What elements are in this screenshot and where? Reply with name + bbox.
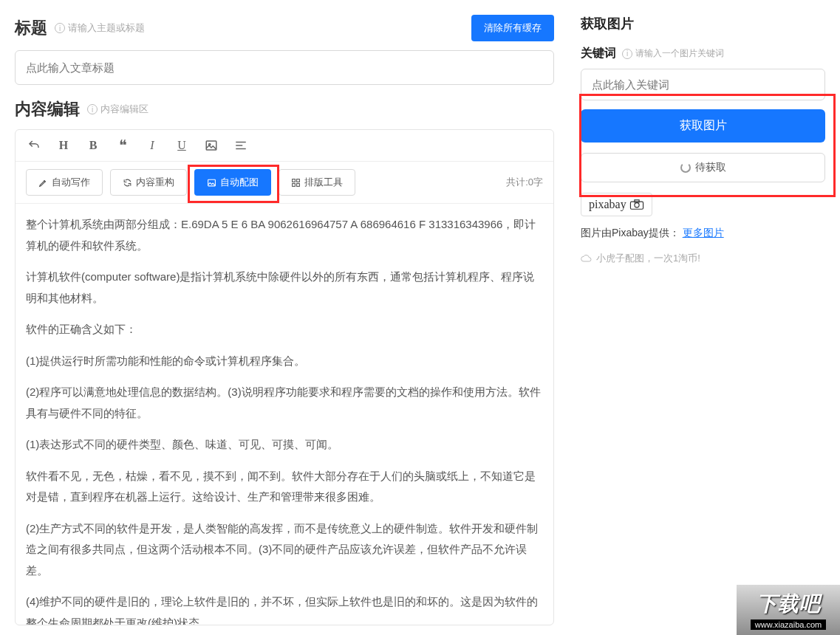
pencil-icon xyxy=(38,178,48,188)
content-paragraph: 软件的正确含义如下： xyxy=(26,319,543,340)
camera-icon xyxy=(629,199,644,210)
heading-icon[interactable]: H xyxy=(55,137,72,154)
editor-box: H B ❝ I U 自动写作 内容重构 xyxy=(15,129,554,625)
content-paragraph: 计算机软件(computer software)是指计算机系统中除硬件以外的所有… xyxy=(26,267,543,309)
content-paragraph: (2)程序可以满意地处理信息的数据结构。(3)说明程序功能要求和程序需要的文档的… xyxy=(26,382,543,424)
content-hint: i 内容编辑区 xyxy=(87,103,148,116)
editor-action-row: 自动写作 内容重构 自动配图 排版工具 共计:0字 xyxy=(16,162,553,204)
auto-write-button[interactable]: 自动写作 xyxy=(26,169,103,196)
italic-icon[interactable]: I xyxy=(144,137,160,154)
content-paragraph: (1)表达形式不同的硬件类型、颜色、味道、可见、可摸、可闻。 xyxy=(26,434,543,456)
pixabay-badge: pixabay xyxy=(581,193,652,216)
more-images-link[interactable]: 更多图片 xyxy=(683,227,724,238)
editor-content[interactable]: 整个计算机系统由两部分组成：E.69DA 5 E 6 BA 9062616964… xyxy=(16,204,553,625)
svg-rect-8 xyxy=(293,183,296,186)
watermark: 下载吧 www.xiazaiba.com xyxy=(737,585,840,635)
word-count: 共计:0字 xyxy=(506,176,543,189)
info-icon: i xyxy=(622,49,632,59)
title-label: 标题 xyxy=(15,17,47,39)
content-label: 内容编辑 xyxy=(15,98,80,120)
editor-toolbar: H B ❝ I U xyxy=(16,130,553,162)
layout-icon xyxy=(291,178,301,188)
content-paragraph: (1)提供运行时所需功能和性能的命令或计算机程序集合。 xyxy=(26,351,543,372)
clear-cache-button[interactable]: 清除所有缓存 xyxy=(471,15,554,41)
provider-line: 图片由Pixabay提供： 更多图片 xyxy=(581,227,825,240)
quote-icon[interactable]: ❝ xyxy=(115,137,131,154)
svg-rect-7 xyxy=(297,179,300,182)
keyword-label: 关键词 xyxy=(581,46,616,61)
title-input[interactable] xyxy=(15,50,554,85)
title-section-header: 标题 i 请输入主题或标题 清除所有缓存 xyxy=(15,15,554,41)
info-icon: i xyxy=(87,104,98,114)
content-paragraph: 整个计算机系统由两部分组成：E.69DA 5 E 6 BA 9062616964… xyxy=(26,214,543,256)
info-icon: i xyxy=(55,23,65,33)
svg-rect-12 xyxy=(635,200,639,202)
image-icon[interactable] xyxy=(203,137,219,154)
picture-icon xyxy=(207,178,216,188)
svg-rect-9 xyxy=(297,183,300,186)
auto-image-button[interactable]: 自动配图 xyxy=(194,169,271,196)
cost-tip: 小虎子配图，一次1淘币! xyxy=(581,252,825,265)
spinner-icon xyxy=(680,162,691,173)
refresh-icon xyxy=(123,178,132,188)
underline-icon[interactable]: U xyxy=(174,137,190,154)
layout-tool-button[interactable]: 排版工具 xyxy=(279,169,355,196)
keyword-input[interactable] xyxy=(581,69,825,100)
content-paragraph: (4)维护不同的硬件是旧的，理论上软件是旧的，并不坏，但实际上软件也是旧的和坏的… xyxy=(26,591,543,625)
title-hint: i 请输入主题或标题 xyxy=(55,21,145,35)
svg-rect-6 xyxy=(293,179,296,182)
fetch-image-title: 获取图片 xyxy=(581,15,825,32)
restructure-button[interactable]: 内容重构 xyxy=(110,169,187,196)
undo-icon[interactable] xyxy=(26,137,42,154)
fetch-image-button[interactable]: 获取图片 xyxy=(581,109,825,143)
keyword-hint: i 请输入一个图片关键词 xyxy=(622,47,724,60)
svg-point-11 xyxy=(635,203,639,207)
bold-icon[interactable]: B xyxy=(85,137,101,154)
align-icon[interactable] xyxy=(233,137,249,154)
content-paragraph: 软件看不见，无色，枯燥，看不见，摸不到，闻不到。软件大部分存在于人们的头脑或纸上… xyxy=(26,466,543,508)
cloud-icon xyxy=(581,254,593,263)
pending-button[interactable]: 待获取 xyxy=(581,153,825,182)
content-paragraph: (2)生产方式不同的软件是开发，是人类智能的高发挥，而不是传统意义上的硬件制造。… xyxy=(26,518,543,582)
